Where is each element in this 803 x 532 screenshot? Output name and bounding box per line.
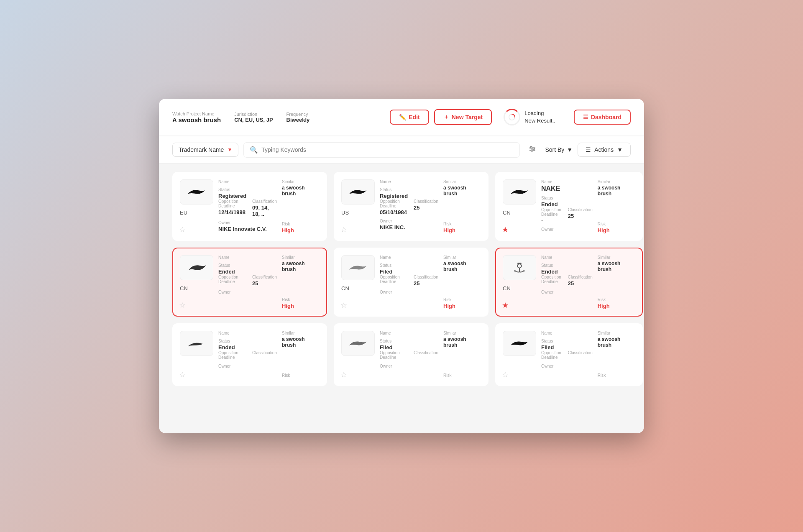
owner-value: NIKE INC. — [380, 224, 438, 230]
edit-button[interactable]: ✏️ Edit — [390, 110, 429, 125]
star-button[interactable]: ☆ — [502, 370, 509, 379]
owner-label: Owner — [380, 290, 438, 294]
star-button[interactable]: ☆ — [179, 301, 186, 310]
card-logo-section: ☆ — [503, 331, 536, 379]
status-value: Filed — [541, 344, 593, 350]
trademark-card[interactable]: CN ★ Name Status Ended Opposition Deadli… — [495, 248, 643, 317]
status-label: Status — [541, 339, 593, 343]
classification-label: Classification — [414, 199, 438, 204]
card-logo — [180, 255, 213, 280]
opp-deadline-section: Opposition Deadline 05/10/1984 — [380, 199, 407, 215]
name-label: Name — [541, 331, 593, 335]
dashboard-button[interactable]: ☰ Dashboard — [574, 110, 631, 125]
similar-label: Similar — [443, 179, 481, 184]
card-logo — [341, 255, 375, 280]
trademark-card[interactable]: ☆ Name Status Filed Opposition Deadline … — [334, 323, 488, 386]
trademark-card[interactable]: CN ★ Name NAKE Status Ended Opposition D… — [495, 172, 643, 241]
classification-section: Classification — [414, 350, 438, 361]
opp-deadline-value: 12/14/1998 — [218, 209, 246, 215]
chevron-down-icon: ▼ — [227, 147, 232, 153]
project-info: Watch Project Name A swoosh brush — [172, 111, 221, 123]
card-logo — [180, 331, 213, 356]
card-logo-section: ☆ — [341, 331, 375, 379]
svg-point-4 — [530, 146, 532, 148]
actions-icon: ☰ — [586, 146, 591, 153]
similar-value: a swoosh brush — [598, 261, 635, 272]
trademark-card[interactable]: CN ☆ Name Status Filed Opposition Deadli… — [334, 248, 488, 317]
new-target-button[interactable]: ＋ New Target — [434, 109, 492, 125]
jurisdiction-value: CN, EU, US, JP — [234, 117, 273, 123]
opp-class-row: Opposition Deadline Classification 25 — [218, 275, 277, 286]
card-info: Name Status Registered Opposition Deadli… — [380, 179, 481, 233]
star-button[interactable]: ☆ — [340, 370, 347, 379]
risk-value: High — [598, 227, 635, 233]
classification-section: Classification — [568, 350, 593, 361]
card-info: Name Status Ended Opposition Deadline Cl… — [218, 255, 320, 309]
status-value: Registered — [218, 193, 277, 199]
card-logo-section: CN ★ — [503, 255, 536, 309]
trademark-card[interactable]: EU ☆ Name Status Registered Opposition D… — [172, 172, 327, 241]
trademark-card[interactable]: CN ☆ Name Status Ended Opposition Deadli… — [172, 248, 327, 317]
opp-deadline-label: Opposition Deadline — [218, 275, 246, 284]
owner-label: Owner — [218, 290, 277, 294]
risk-label: Risk — [282, 373, 320, 378]
name-label: Name — [541, 179, 593, 184]
card-info: Name Status Ended Opposition Deadline Cl… — [218, 331, 320, 379]
trademark-card[interactable]: US ☆ Name Status Registered Opposition D… — [334, 172, 488, 241]
card-side: Similar a swoosh brush Risk High — [598, 179, 635, 233]
similar-label: Similar — [598, 179, 635, 184]
sort-by-label: Sort By — [545, 146, 564, 153]
status-value: Filed — [380, 344, 438, 350]
similar-value: a swoosh brush — [598, 185, 635, 197]
star-button[interactable]: ☆ — [340, 301, 347, 310]
similar-value: a swoosh brush — [282, 336, 320, 348]
star-button[interactable]: ★ — [502, 225, 509, 234]
trademark-filter-dropdown[interactable]: Trademark Name ▼ — [172, 143, 238, 157]
card-side: Similar a swoosh brush Risk High — [443, 255, 481, 309]
new-target-label: New Target — [452, 114, 483, 120]
similar-value: a swoosh brush — [282, 261, 320, 272]
card-side: Similar a swoosh brush Risk — [443, 331, 481, 379]
name-label: Name — [380, 179, 438, 184]
card-logo-section: EU ☆ — [180, 179, 213, 233]
opp-deadline-section: Opposition Deadline — [380, 350, 407, 361]
name-value: NAKE — [541, 185, 593, 192]
trademark-card[interactable]: ☆ Name Status Filed Opposition Deadline … — [495, 323, 643, 386]
card-main: Name Status Ended Opposition Deadline Cl… — [218, 331, 277, 379]
card-main: Name Status Filed Opposition Deadline Cl… — [380, 331, 438, 379]
status-value: Filed — [380, 269, 438, 275]
classification-section: Classification 25 — [414, 275, 438, 286]
similar-value: a swoosh brush — [443, 185, 481, 197]
trademark-card[interactable]: ☆ Name Status Ended Opposition Deadline … — [172, 323, 327, 386]
classification-value: 25 — [414, 280, 438, 286]
loading-indicator: Loading New Result.. — [497, 105, 562, 129]
classification-value: 25 — [568, 213, 593, 219]
star-button[interactable]: ☆ — [179, 225, 186, 234]
frequency-label: Frequency — [286, 112, 310, 117]
search-input[interactable] — [261, 146, 514, 153]
card-main: Name Status Ended Opposition Deadline Cl… — [541, 255, 593, 309]
card-main: Name Status Registered Opposition Deadli… — [380, 179, 438, 233]
card-logo — [503, 179, 536, 205]
classification-label: Classification — [414, 350, 438, 355]
risk-label: Risk — [282, 222, 320, 226]
sort-by-dropdown[interactable]: Sort By ▼ — [545, 146, 573, 153]
card-logo-section: CN ★ — [503, 179, 536, 233]
opp-deadline-label: Opposition Deadline — [380, 199, 407, 208]
star-button[interactable]: ★ — [502, 301, 509, 310]
status-value: Ended — [541, 201, 593, 207]
similar-label: Similar — [443, 331, 481, 335]
actions-chevron-icon: ▼ — [617, 146, 623, 153]
card-info: Name Status Filed Opposition Deadline Cl… — [380, 255, 481, 309]
owner-value: NIKE Innovate C.V. — [218, 226, 277, 232]
star-button[interactable]: ☆ — [179, 370, 186, 379]
card-main: Name Status Filed Opposition Deadline Cl… — [541, 331, 593, 379]
opp-deadline-value: 05/10/1984 — [380, 209, 407, 215]
actions-dropdown[interactable]: ☰ Actions ▼ — [578, 143, 631, 157]
card-info: Name Status Filed Opposition Deadline Cl… — [380, 331, 481, 379]
similar-value: a swoosh brush — [598, 336, 635, 348]
classification-section: Classification 25 — [568, 275, 593, 286]
star-button[interactable]: ☆ — [340, 225, 347, 234]
filter-settings-icon[interactable] — [525, 141, 540, 158]
card-logo-section: CN ☆ — [180, 255, 213, 309]
